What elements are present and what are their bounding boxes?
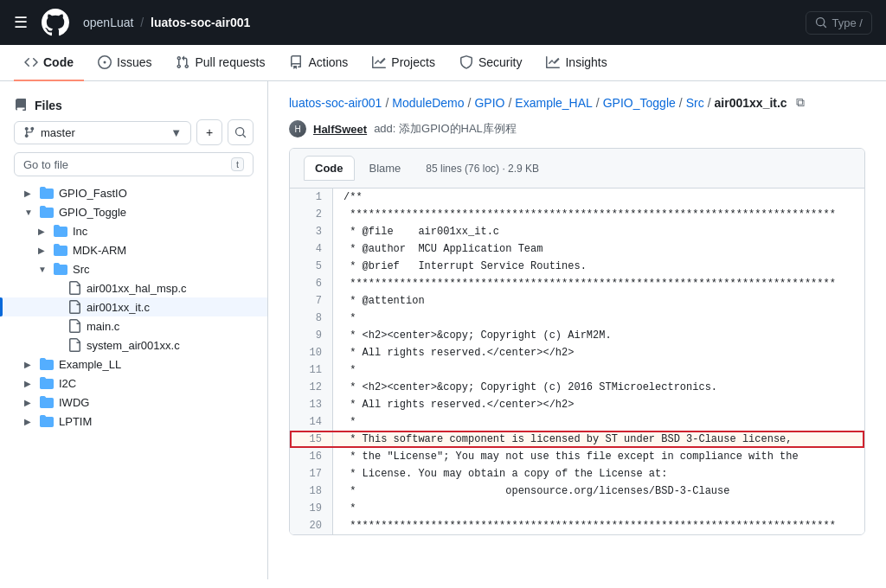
line-content-5: * @brief Interrupt Service Routines. bbox=[333, 258, 597, 275]
sidebar: Files master ▼ + Go to file t ▶ GPIO_Fas… bbox=[0, 81, 268, 579]
code-line-17: 17 * License. You may obtain a copy of t… bbox=[290, 465, 864, 483]
code-tab-code[interactable]: Code bbox=[304, 156, 355, 181]
chevron-right-icon-2: ▶ bbox=[38, 227, 48, 236]
line-num-13[interactable]: 13 bbox=[290, 396, 333, 413]
code-line-6: 6 **************************************… bbox=[290, 275, 864, 292]
line-num-5[interactable]: 5 bbox=[290, 258, 333, 275]
tab-security[interactable]: Security bbox=[449, 45, 533, 81]
commit-author-link[interactable]: HalfSweet bbox=[313, 123, 367, 136]
code-lines: 1 /** 2 ********************************… bbox=[290, 189, 864, 534]
line-num-10[interactable]: 10 bbox=[290, 344, 333, 361]
line-num-15[interactable]: 15 bbox=[290, 431, 333, 448]
avatar: H bbox=[289, 120, 306, 137]
line-num-18[interactable]: 18 bbox=[290, 483, 333, 500]
repo-owner-link[interactable]: openLuat bbox=[83, 16, 133, 29]
copy-path-button[interactable]: ⧉ bbox=[796, 95, 805, 110]
repo-path: openLuat / luatos-soc-air001 bbox=[83, 16, 250, 29]
tree-item-inc[interactable]: ▶ Inc bbox=[0, 221, 267, 240]
commit-info: H HalfSweet add: 添加GPIO的HAL库例程 bbox=[289, 120, 865, 137]
sidebar-title: Files bbox=[35, 99, 62, 112]
line-content-13: * All rights reserved.</center></h2> bbox=[333, 396, 584, 413]
breadcrumb-example-hal[interactable]: Example_HAL bbox=[515, 96, 593, 110]
breadcrumb-gpio[interactable]: GPIO bbox=[474, 96, 504, 110]
line-content-11: * bbox=[333, 361, 366, 379]
tree-item-iwdg[interactable]: ▶ IWDG bbox=[0, 393, 267, 412]
tree-item-example-ll[interactable]: ▶ Example_LL bbox=[0, 355, 267, 374]
line-num-9[interactable]: 9 bbox=[290, 327, 333, 344]
commit-message: add: 添加GPIO的HAL库例程 bbox=[374, 121, 517, 137]
line-num-4[interactable]: 4 bbox=[290, 240, 333, 258]
breadcrumb-src[interactable]: Src bbox=[686, 96, 704, 110]
global-search[interactable]: Type / bbox=[806, 11, 872, 35]
tab-issues[interactable]: Issues bbox=[87, 45, 162, 81]
tree-label-iwdg: IWDG bbox=[59, 396, 89, 409]
tree-label-i2c: I2C bbox=[59, 377, 76, 390]
branch-controls: master ▼ + bbox=[0, 119, 267, 152]
tree-item-main[interactable]: ▶ main.c bbox=[0, 316, 267, 336]
line-content-10: * All rights reserved.</center></h2> bbox=[333, 344, 584, 361]
line-num-17[interactable]: 17 bbox=[290, 465, 333, 483]
tab-projects[interactable]: Projects bbox=[362, 45, 446, 81]
search-file-button[interactable] bbox=[228, 119, 254, 145]
line-num-20[interactable]: 20 bbox=[290, 517, 333, 534]
line-content-2: ****************************************… bbox=[333, 206, 846, 223]
branch-selector[interactable]: master ▼ bbox=[14, 121, 191, 144]
line-num-8[interactable]: 8 bbox=[290, 310, 333, 327]
add-file-button[interactable]: + bbox=[196, 119, 222, 145]
chevron-down-icon: ▼ bbox=[24, 208, 35, 217]
goto-file-search[interactable]: Go to file t bbox=[14, 152, 254, 176]
tree-item-i2c[interactable]: ▶ I2C bbox=[0, 374, 267, 393]
nav-tabs: Code Issues Pull requests Actions Projec… bbox=[0, 45, 886, 81]
line-num-19[interactable]: 19 bbox=[290, 500, 333, 517]
line-content-8: * bbox=[333, 310, 366, 327]
sidebar-header: Files bbox=[0, 92, 267, 119]
tree-item-lptim[interactable]: ▶ LPTIM bbox=[0, 412, 267, 431]
code-line-1: 1 /** bbox=[290, 189, 864, 206]
tab-pull-requests[interactable]: Pull requests bbox=[165, 45, 275, 81]
tree-item-src[interactable]: ▼ Src bbox=[0, 259, 267, 278]
line-content-12: * <h2><center>&copy; Copyright (c) 2016 … bbox=[333, 379, 728, 396]
line-num-2[interactable]: 2 bbox=[290, 206, 333, 223]
sep-2: / bbox=[468, 96, 472, 110]
repo-name-link[interactable]: luatos-soc-air001 bbox=[151, 16, 250, 29]
breadcrumb: luatos-soc-air001 / ModuleDemo / GPIO / … bbox=[289, 95, 865, 110]
line-num-12[interactable]: 12 bbox=[290, 379, 333, 396]
code-line-12: 12 * <h2><center>&copy; Copyright (c) 20… bbox=[290, 379, 864, 396]
code-line-16: 16 * the "License"; You may not use this… bbox=[290, 448, 864, 465]
line-content-6: ****************************************… bbox=[333, 275, 846, 292]
line-num-3[interactable]: 3 bbox=[290, 223, 333, 240]
tree-item-it[interactable]: ▶ air001xx_it.c bbox=[0, 297, 267, 316]
tree-item-gpio-fastio[interactable]: ▶ GPIO_FastIO bbox=[0, 183, 267, 202]
tree-item-gpio-toggle[interactable]: ▼ GPIO_Toggle bbox=[0, 202, 267, 221]
hamburger-menu[interactable]: ☰ bbox=[14, 13, 28, 32]
line-num-1[interactable]: 1 bbox=[290, 189, 333, 206]
line-content-16: * the "License"; You may not use this fi… bbox=[333, 448, 809, 465]
chevron-down-icon-2: ▼ bbox=[38, 265, 48, 274]
tree-item-mdk-arm[interactable]: ▶ MDK-ARM bbox=[0, 240, 267, 259]
breadcrumb-moduledemo[interactable]: ModuleDemo bbox=[392, 96, 464, 110]
tab-insights[interactable]: Insights bbox=[536, 45, 617, 81]
line-num-6[interactable]: 6 bbox=[290, 275, 333, 292]
tab-code[interactable]: Code bbox=[14, 45, 84, 81]
branch-dropdown-icon: ▼ bbox=[170, 126, 182, 139]
sep-3: / bbox=[508, 96, 511, 110]
tree-label-lptim: LPTIM bbox=[59, 415, 92, 428]
tree-item-hal-msp[interactable]: ▶ air001xx_hal_msp.c bbox=[0, 278, 267, 297]
tree-item-system[interactable]: ▶ system_air001xx.c bbox=[0, 336, 267, 355]
code-tab-blame[interactable]: Blame bbox=[358, 156, 413, 181]
code-line-9: 9 * <h2><center>&copy; Copyright (c) Air… bbox=[290, 327, 864, 344]
line-num-14[interactable]: 14 bbox=[290, 413, 333, 431]
chevron-right-icon: ▶ bbox=[24, 189, 35, 198]
chevron-right-icon-7: ▶ bbox=[24, 417, 35, 426]
sep-1: / bbox=[385, 96, 388, 110]
breadcrumb-repo[interactable]: luatos-soc-air001 bbox=[289, 96, 382, 110]
line-content-1: /** bbox=[333, 189, 373, 206]
line-num-16[interactable]: 16 bbox=[290, 448, 333, 465]
content-area: luatos-soc-air001 / ModuleDemo / GPIO / … bbox=[268, 81, 886, 579]
avatar-letter: H bbox=[294, 125, 300, 134]
line-num-7[interactable]: 7 bbox=[290, 292, 333, 310]
breadcrumb-gpio-toggle[interactable]: GPIO_Toggle bbox=[603, 96, 676, 110]
tab-actions[interactable]: Actions bbox=[279, 45, 358, 81]
line-content-4: * @author MCU Application Team bbox=[333, 240, 553, 258]
line-num-11[interactable]: 11 bbox=[290, 361, 333, 379]
